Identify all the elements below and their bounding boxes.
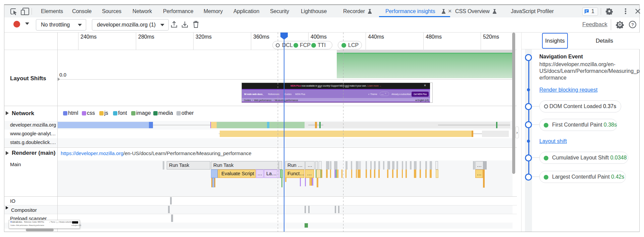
svg-text:?: ?	[631, 22, 634, 27]
